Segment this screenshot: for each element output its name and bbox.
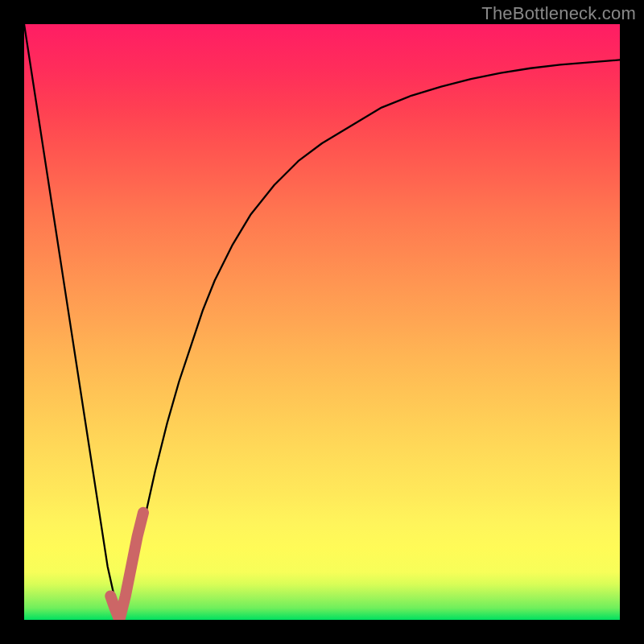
bottleneck-curve [24,24,620,620]
plot-area [24,24,620,620]
chart-frame: TheBottleneck.com [0,0,644,644]
highlight-marker [110,513,143,620]
plot-svg [24,24,620,620]
watermark-text: TheBottleneck.com [481,3,636,24]
